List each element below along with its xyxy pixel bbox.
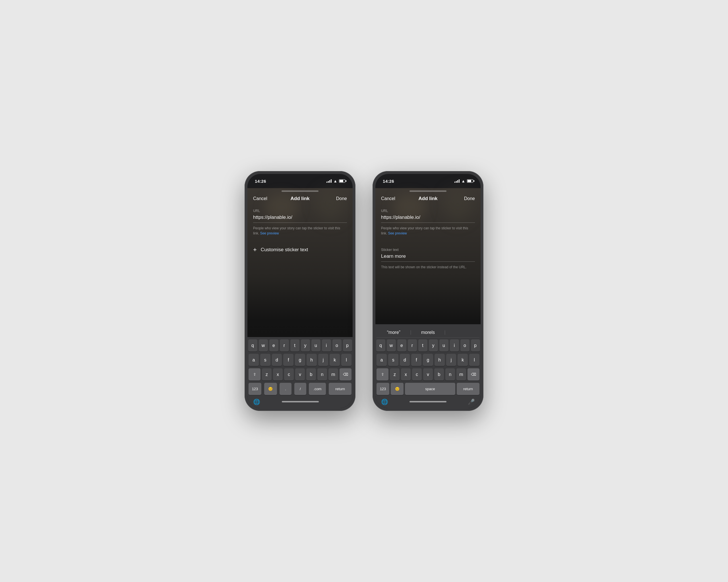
key-q[interactable]: q: [248, 339, 257, 352]
kb-row-2-2: a s d f g h j k l: [376, 354, 479, 366]
key-d[interactable]: d: [272, 354, 282, 366]
key-e[interactable]: e: [269, 339, 279, 352]
key-u[interactable]: u: [311, 339, 320, 352]
key-y[interactable]: y: [301, 339, 310, 352]
cancel-button-2[interactable]: Cancel: [381, 196, 398, 201]
kb-row-3-2: ⇧ z x c v b n m ⌫: [376, 368, 479, 381]
key-s-2[interactable]: s: [388, 354, 398, 366]
key-z-2[interactable]: z: [390, 368, 399, 381]
key-n[interactable]: n: [317, 368, 327, 381]
key-v-2[interactable]: v: [423, 368, 433, 381]
key-p-2[interactable]: p: [471, 339, 480, 352]
key-z[interactable]: z: [262, 368, 271, 381]
key-v[interactable]: v: [295, 368, 305, 381]
key-d-2[interactable]: d: [400, 354, 410, 366]
key-dot[interactable]: .: [280, 383, 291, 395]
key-dotcom[interactable]: .com: [309, 383, 326, 395]
key-m-2[interactable]: m: [457, 368, 466, 381]
kb-row-3-1: ⇧ z x c v b n m ⌫: [249, 368, 352, 381]
modal-title-2: Add link: [418, 196, 437, 201]
key-r[interactable]: r: [280, 339, 289, 352]
kb-row-2-1: a s d f g h j k l: [249, 354, 352, 366]
done-button-1[interactable]: Done: [330, 196, 347, 201]
key-shift-2[interactable]: ⇧: [376, 368, 388, 381]
phone-1: 14:26 ▲: [244, 171, 356, 411]
key-t-2[interactable]: t: [418, 339, 427, 352]
key-l-2[interactable]: l: [469, 354, 479, 366]
globe-icon-2[interactable]: 🌐: [381, 398, 388, 405]
globe-icon-1[interactable]: 🌐: [253, 398, 260, 405]
key-slash[interactable]: /: [294, 383, 306, 395]
key-h[interactable]: h: [307, 354, 317, 366]
key-b[interactable]: b: [306, 368, 316, 381]
key-q-2[interactable]: q: [376, 339, 385, 352]
mic-icon[interactable]: 🎤: [468, 398, 475, 405]
see-preview-link-2[interactable]: See preview: [388, 231, 407, 235]
key-b-2[interactable]: b: [434, 368, 444, 381]
key-i-2[interactable]: i: [450, 339, 459, 352]
url-section-2: URL https://planable.io/ People who view…: [375, 204, 480, 241]
autocomplete-item-1[interactable]: “more”: [376, 329, 411, 336]
key-x-2[interactable]: x: [401, 368, 411, 381]
key-n-2[interactable]: n: [445, 368, 455, 381]
sticker-value[interactable]: Learn more: [381, 253, 475, 262]
url-value-2[interactable]: https://planable.io/: [381, 215, 475, 223]
modal-title-1: Add link: [290, 196, 309, 201]
key-shift[interactable]: ⇧: [249, 368, 260, 381]
done-button-2[interactable]: Done: [458, 196, 475, 201]
key-123-2[interactable]: 123: [376, 383, 389, 395]
key-k[interactable]: k: [330, 354, 340, 366]
see-preview-link-1[interactable]: See preview: [260, 231, 279, 235]
key-emoji[interactable]: 😊: [264, 383, 277, 395]
phones-container: 14:26 ▲: [244, 171, 484, 411]
status-time-2: 14:26: [383, 179, 394, 184]
key-o[interactable]: o: [333, 339, 341, 352]
key-k-2[interactable]: k: [458, 354, 468, 366]
key-t[interactable]: t: [290, 339, 300, 352]
key-j[interactable]: j: [318, 354, 329, 366]
key-x[interactable]: x: [273, 368, 283, 381]
autocomplete-item-2[interactable]: morels: [411, 329, 445, 336]
kb-row-4-1: 123 😊 . / .com return: [249, 383, 352, 395]
key-a-2[interactable]: a: [376, 354, 387, 366]
sticker-section: Sticker text Learn more This text will b…: [375, 243, 480, 274]
key-g-2[interactable]: g: [423, 354, 433, 366]
key-u-2[interactable]: u: [439, 339, 448, 352]
key-f[interactable]: f: [283, 354, 293, 366]
key-i[interactable]: i: [322, 339, 331, 352]
url-label-1: URL: [253, 209, 347, 213]
key-emoji-2[interactable]: 😊: [391, 383, 404, 395]
key-return-2[interactable]: return: [457, 383, 479, 395]
key-o-2[interactable]: o: [461, 339, 469, 352]
key-123[interactable]: 123: [249, 383, 261, 395]
key-m[interactable]: m: [329, 368, 338, 381]
url-value-1[interactable]: https://planable.io/: [253, 215, 347, 223]
key-w[interactable]: w: [259, 339, 268, 352]
key-backspace-2[interactable]: ⌫: [468, 368, 479, 381]
key-s[interactable]: s: [260, 354, 270, 366]
key-f-2[interactable]: f: [411, 354, 421, 366]
phone-2-screen: 14:26 ▲: [375, 174, 480, 408]
key-w-2[interactable]: w: [387, 339, 396, 352]
kb-row-1-1: q w e r t y u i o p: [249, 339, 352, 352]
key-e-2[interactable]: e: [397, 339, 406, 352]
key-l[interactable]: l: [341, 354, 352, 366]
status-icons-1: ▲: [327, 179, 345, 183]
key-j-2[interactable]: j: [446, 354, 457, 366]
key-h-2[interactable]: h: [435, 354, 445, 366]
key-c[interactable]: c: [284, 368, 294, 381]
wifi-icon-1: ▲: [333, 179, 337, 183]
key-g[interactable]: g: [295, 354, 305, 366]
signal-icon-1: [327, 179, 332, 183]
key-a[interactable]: a: [249, 354, 259, 366]
cancel-button-1[interactable]: Cancel: [253, 196, 270, 201]
key-backspace[interactable]: ⌫: [340, 368, 352, 381]
key-y-2[interactable]: y: [429, 339, 438, 352]
key-space-2[interactable]: space: [405, 383, 455, 395]
key-p[interactable]: p: [343, 339, 352, 352]
key-c-2[interactable]: c: [412, 368, 422, 381]
key-r-2[interactable]: r: [408, 339, 417, 352]
key-return[interactable]: return: [329, 383, 352, 395]
keyboard-2: “more” morels q w e r t y u i: [375, 324, 480, 408]
customise-sticker-row[interactable]: + Customise sticker text: [248, 241, 353, 259]
